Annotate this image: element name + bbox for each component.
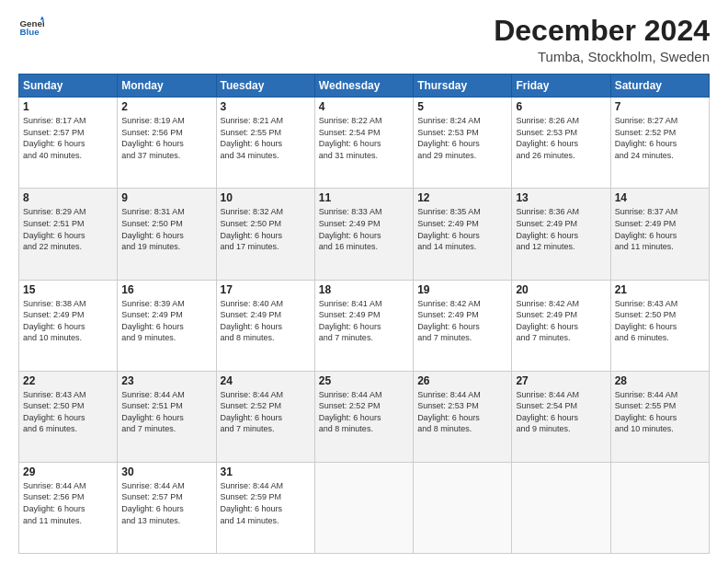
calendar-cell [512,462,610,553]
day-number: 11 [319,191,409,204]
day-number: 14 [615,191,705,204]
logo-icon: General Blue [18,15,44,40]
day-info: Sunrise: 8:44 AMSunset: 2:56 PMDaylight:… [23,480,113,526]
day-number: 9 [121,191,211,204]
day-info: Sunrise: 8:44 AMSunset: 2:52 PMDaylight:… [319,389,409,435]
calendar-cell: 20 Sunrise: 8:42 AMSunset: 2:49 PMDaylig… [512,280,610,371]
calendar-cell: 19 Sunrise: 8:42 AMSunset: 2:49 PMDaylig… [414,280,512,371]
weekday-header: Monday [118,75,216,98]
calendar-cell: 17 Sunrise: 8:40 AMSunset: 2:49 PMDaylig… [216,280,314,371]
day-number: 19 [417,283,507,296]
day-info: Sunrise: 8:42 AMSunset: 2:49 PMDaylight:… [417,298,507,344]
calendar-cell [314,462,413,553]
day-number: 20 [516,283,606,296]
svg-text:Blue: Blue [19,27,40,37]
day-info: Sunrise: 8:17 AMSunset: 2:57 PMDaylight:… [23,115,113,161]
logo: General Blue [18,15,44,40]
calendar-cell: 1 Sunrise: 8:17 AMSunset: 2:57 PMDayligh… [19,98,118,189]
header: General Blue December 2024 Tumba, Stockh… [18,15,710,64]
calendar-cell: 23 Sunrise: 8:44 AMSunset: 2:51 PMDaylig… [118,371,216,462]
day-number: 13 [516,191,606,204]
calendar-cell: 10 Sunrise: 8:32 AMSunset: 2:50 PMDaylig… [216,189,314,280]
day-info: Sunrise: 8:21 AMSunset: 2:55 PMDaylight:… [221,115,311,161]
calendar-cell [610,462,709,553]
day-info: Sunrise: 8:42 AMSunset: 2:49 PMDaylight:… [516,298,606,344]
calendar-cell: 21 Sunrise: 8:43 AMSunset: 2:50 PMDaylig… [610,280,709,371]
day-number: 15 [23,283,113,296]
day-number: 30 [121,465,211,478]
day-info: Sunrise: 8:36 AMSunset: 2:49 PMDaylight:… [516,206,606,252]
calendar-cell: 24 Sunrise: 8:44 AMSunset: 2:52 PMDaylig… [216,371,314,462]
day-info: Sunrise: 8:24 AMSunset: 2:53 PMDaylight:… [417,115,507,161]
calendar-cell: 25 Sunrise: 8:44 AMSunset: 2:52 PMDaylig… [314,371,413,462]
calendar-cell: 4 Sunrise: 8:22 AMSunset: 2:54 PMDayligh… [314,98,413,189]
day-number: 3 [221,100,311,113]
day-number: 22 [23,374,113,387]
calendar-cell: 6 Sunrise: 8:26 AMSunset: 2:53 PMDayligh… [512,98,610,189]
title-block: December 2024 Tumba, Stockholm, Sweden [494,15,710,64]
page: General Blue December 2024 Tumba, Stockh… [0,0,728,563]
day-info: Sunrise: 8:38 AMSunset: 2:49 PMDaylight:… [23,298,113,344]
calendar-cell: 8 Sunrise: 8:29 AMSunset: 2:51 PMDayligh… [19,189,118,280]
calendar-cell: 13 Sunrise: 8:36 AMSunset: 2:49 PMDaylig… [512,189,610,280]
calendar-cell: 31 Sunrise: 8:44 AMSunset: 2:59 PMDaylig… [216,462,314,553]
day-info: Sunrise: 8:33 AMSunset: 2:49 PMDaylight:… [319,206,409,252]
weekday-header: Sunday [19,75,118,98]
day-number: 16 [121,283,211,296]
day-info: Sunrise: 8:22 AMSunset: 2:54 PMDaylight:… [319,115,409,161]
day-number: 10 [221,191,311,204]
day-info: Sunrise: 8:41 AMSunset: 2:49 PMDaylight:… [319,298,409,344]
day-info: Sunrise: 8:31 AMSunset: 2:50 PMDaylight:… [121,206,211,252]
day-info: Sunrise: 8:39 AMSunset: 2:49 PMDaylight:… [121,298,211,344]
day-number: 17 [221,283,311,296]
day-number: 29 [23,465,113,478]
day-info: Sunrise: 8:27 AMSunset: 2:52 PMDaylight:… [615,115,705,161]
day-number: 31 [221,465,311,478]
day-number: 24 [221,374,311,387]
day-number: 1 [23,100,113,113]
calendar-cell: 28 Sunrise: 8:44 AMSunset: 2:55 PMDaylig… [610,371,709,462]
day-number: 2 [121,100,211,113]
calendar-cell: 30 Sunrise: 8:44 AMSunset: 2:57 PMDaylig… [118,462,216,553]
calendar-cell: 5 Sunrise: 8:24 AMSunset: 2:53 PMDayligh… [414,98,512,189]
day-info: Sunrise: 8:44 AMSunset: 2:51 PMDaylight:… [121,389,211,435]
subtitle: Tumba, Stockholm, Sweden [494,49,710,64]
day-number: 26 [417,374,507,387]
calendar-cell: 29 Sunrise: 8:44 AMSunset: 2:56 PMDaylig… [19,462,118,553]
day-info: Sunrise: 8:19 AMSunset: 2:56 PMDaylight:… [121,115,211,161]
weekday-header: Thursday [414,75,512,98]
calendar-cell: 7 Sunrise: 8:27 AMSunset: 2:52 PMDayligh… [610,98,709,189]
calendar-cell: 18 Sunrise: 8:41 AMSunset: 2:49 PMDaylig… [314,280,413,371]
day-number: 6 [516,100,606,113]
calendar-cell: 15 Sunrise: 8:38 AMSunset: 2:49 PMDaylig… [19,280,118,371]
weekday-header: Saturday [610,75,709,98]
weekday-header: Tuesday [216,75,314,98]
day-info: Sunrise: 8:44 AMSunset: 2:59 PMDaylight:… [221,480,311,526]
day-info: Sunrise: 8:29 AMSunset: 2:51 PMDaylight:… [23,206,113,252]
day-number: 7 [615,100,705,113]
day-info: Sunrise: 8:35 AMSunset: 2:49 PMDaylight:… [417,206,507,252]
calendar-cell: 26 Sunrise: 8:44 AMSunset: 2:53 PMDaylig… [414,371,512,462]
day-number: 21 [615,283,705,296]
main-title: December 2024 [494,15,710,47]
calendar-cell: 27 Sunrise: 8:44 AMSunset: 2:54 PMDaylig… [512,371,610,462]
weekday-header: Wednesday [314,75,413,98]
day-info: Sunrise: 8:26 AMSunset: 2:53 PMDaylight:… [516,115,606,161]
day-info: Sunrise: 8:44 AMSunset: 2:57 PMDaylight:… [121,480,211,526]
weekday-header: Friday [512,75,610,98]
calendar-cell: 22 Sunrise: 8:43 AMSunset: 2:50 PMDaylig… [19,371,118,462]
day-number: 25 [319,374,409,387]
day-info: Sunrise: 8:43 AMSunset: 2:50 PMDaylight:… [615,298,705,344]
day-number: 4 [319,100,409,113]
day-number: 27 [516,374,606,387]
calendar-cell: 3 Sunrise: 8:21 AMSunset: 2:55 PMDayligh… [216,98,314,189]
day-info: Sunrise: 8:32 AMSunset: 2:50 PMDaylight:… [221,206,311,252]
day-number: 28 [615,374,705,387]
day-info: Sunrise: 8:44 AMSunset: 2:53 PMDaylight:… [417,389,507,435]
day-info: Sunrise: 8:44 AMSunset: 2:54 PMDaylight:… [516,389,606,435]
day-number: 12 [417,191,507,204]
day-info: Sunrise: 8:37 AMSunset: 2:49 PMDaylight:… [615,206,705,252]
calendar-cell: 2 Sunrise: 8:19 AMSunset: 2:56 PMDayligh… [118,98,216,189]
day-number: 18 [319,283,409,296]
calendar-cell: 16 Sunrise: 8:39 AMSunset: 2:49 PMDaylig… [118,280,216,371]
